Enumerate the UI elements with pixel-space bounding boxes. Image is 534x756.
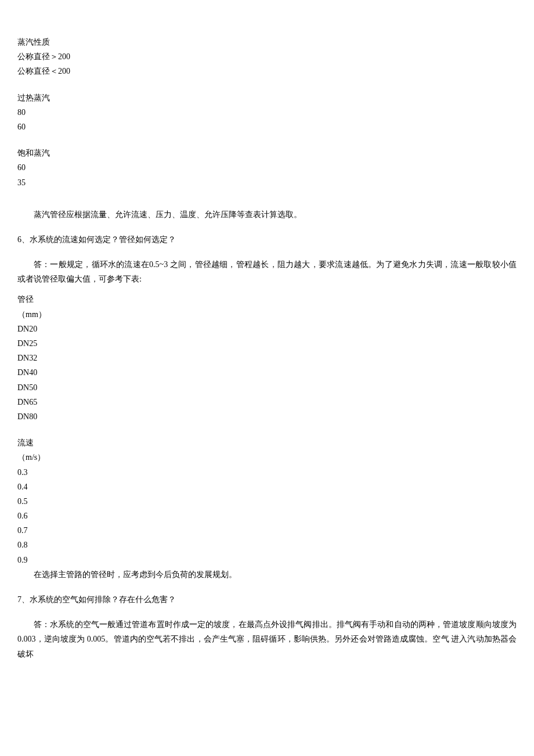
question-7-answer: 答：水系统的空气一般通过管道布置时作成一定的坡度，在最高点外设排气阀排出。排气阀…	[17, 617, 517, 661]
steam-table-header-col2: 公称直径＞200	[17, 49, 517, 64]
speed-value: 0.6	[17, 509, 517, 523]
dia-value: DN40	[17, 365, 517, 380]
speed-label: 流速	[17, 435, 517, 450]
steam-table-header-col1: 蒸汽性质	[17, 35, 517, 49]
speed-unit: （m/s）	[17, 450, 517, 465]
speed-value: 0.9	[17, 553, 517, 567]
question-6-title: 6、水系统的流速如何选定？管径如何选定？	[17, 232, 517, 247]
steam-table-row-superheated: 过热蒸汽 80 60	[17, 91, 517, 135]
dia-value: DN25	[17, 336, 517, 351]
speed-value: 0.7	[17, 523, 517, 538]
steam-table-header-col3: 公称直径＜200	[17, 64, 517, 78]
dia-value: DN65	[17, 395, 517, 409]
water-table-diameter: 管径 （mm） DN20 DN25 DN32 DN40 DN50 DN65 DN…	[17, 292, 517, 424]
dia-value: DN20	[17, 322, 517, 336]
steam-row1-value1: 80	[17, 105, 517, 120]
dia-label: 管径	[17, 292, 517, 307]
water-table-speed: 流速 （m/s） 0.3 0.4 0.5 0.6 0.7 0.8 0.9	[17, 435, 517, 567]
steam-row1-label: 过热蒸汽	[17, 91, 517, 105]
steam-row2-label: 饱和蒸汽	[17, 146, 517, 160]
speed-value: 0.8	[17, 538, 517, 552]
speed-value: 0.3	[17, 465, 517, 480]
dia-value: DN32	[17, 351, 517, 365]
dia-value: DN50	[17, 380, 517, 395]
steam-row1-value2: 60	[17, 120, 517, 134]
pipe-note-text: 在选择主管路的管径时，应考虑到今后负荷的发展规划。	[17, 567, 517, 582]
steam-row2-value1: 60	[17, 160, 517, 175]
question-7-title: 7、水系统的空气如何排除？存在什么危害？	[17, 592, 517, 607]
question-6-answer: 答：一般规定，循环水的流速在0.5~3 之间，管径越细，管程越长，阻力越大，要求…	[17, 257, 517, 286]
steam-table-row-saturated: 饱和蒸汽 60 35	[17, 146, 517, 190]
steam-table-header: 蒸汽性质 公称直径＞200 公称直径＜200	[17, 35, 517, 79]
steam-note-text: 蒸汽管径应根据流量、允许流速、压力、温度、允许压降等查表计算选取。	[17, 207, 517, 222]
steam-note: 蒸汽管径应根据流量、允许流速、压力、温度、允许压降等查表计算选取。	[17, 207, 517, 222]
pipe-note: 在选择主管路的管径时，应考虑到今后负荷的发展规划。	[17, 567, 517, 582]
speed-value: 0.4	[17, 480, 517, 494]
steam-row2-value2: 35	[17, 175, 517, 190]
dia-value: DN80	[17, 409, 517, 424]
speed-value: 0.5	[17, 494, 517, 509]
dia-unit: （mm）	[17, 307, 517, 322]
